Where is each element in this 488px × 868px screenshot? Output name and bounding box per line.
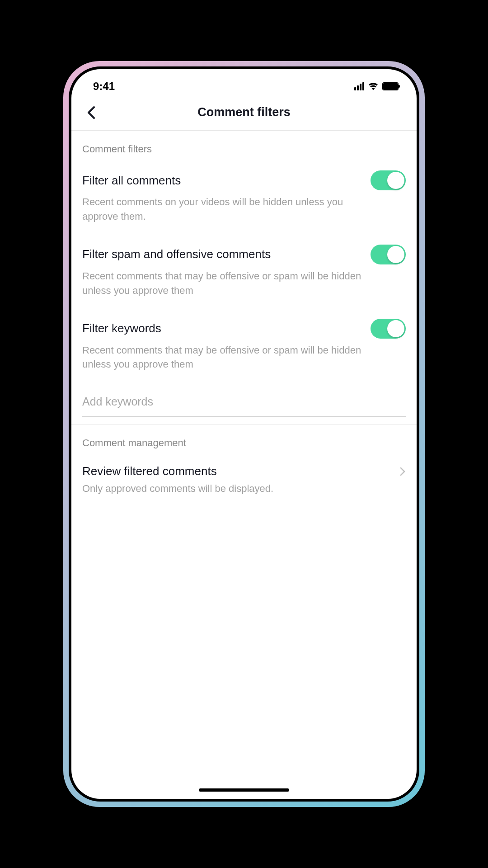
section-label-management: Comment management (82, 425, 406, 458)
keyword-input-row (82, 386, 406, 417)
nav-bar: Comment filters (71, 96, 417, 131)
chevron-left-icon (87, 105, 96, 120)
review-comments-row[interactable]: Review filtered comments Only approved c… (82, 458, 406, 507)
status-icons (354, 82, 399, 90)
filter-spam-description: Recent comments that may be offensive or… (82, 269, 406, 298)
section-label-filters: Comment filters (82, 131, 406, 164)
filter-keywords-description: Recent comments that may be offensive or… (82, 343, 406, 372)
screen: 9:41 (71, 69, 417, 799)
filter-all-description: Recent comments on your videos will be h… (82, 195, 406, 224)
phone-inner: 9:41 (69, 66, 419, 802)
content-area[interactable]: Comment filters Filter all comments Rece… (71, 131, 417, 799)
filter-all-comments-row: Filter all comments Recent comments on y… (82, 164, 406, 238)
phone-frame: 9:41 (63, 61, 425, 807)
status-bar: 9:41 (71, 69, 417, 96)
cellular-signal-icon (354, 82, 364, 90)
review-comments-description: Only approved comments will be displayed… (82, 482, 406, 496)
filter-spam-toggle[interactable] (371, 245, 406, 264)
filter-keywords-row: Filter keywords Recent comments that may… (82, 312, 406, 387)
review-comments-title: Review filtered comments (82, 464, 217, 478)
home-indicator[interactable] (199, 788, 289, 792)
battery-icon (382, 82, 399, 90)
filter-keywords-toggle[interactable] (371, 319, 406, 339)
wifi-icon (368, 82, 379, 90)
filter-spam-title: Filter spam and offensive comments (82, 247, 271, 261)
status-time: 9:41 (93, 80, 115, 93)
filter-all-toggle[interactable] (371, 170, 406, 190)
filter-keywords-title: Filter keywords (82, 321, 161, 335)
back-button[interactable] (82, 104, 100, 122)
filter-all-title: Filter all comments (82, 174, 181, 188)
keyword-input[interactable] (82, 395, 406, 408)
chevron-right-icon (399, 467, 406, 476)
page-title: Comment filters (82, 105, 406, 119)
filter-spam-row: Filter spam and offensive comments Recen… (82, 238, 406, 312)
